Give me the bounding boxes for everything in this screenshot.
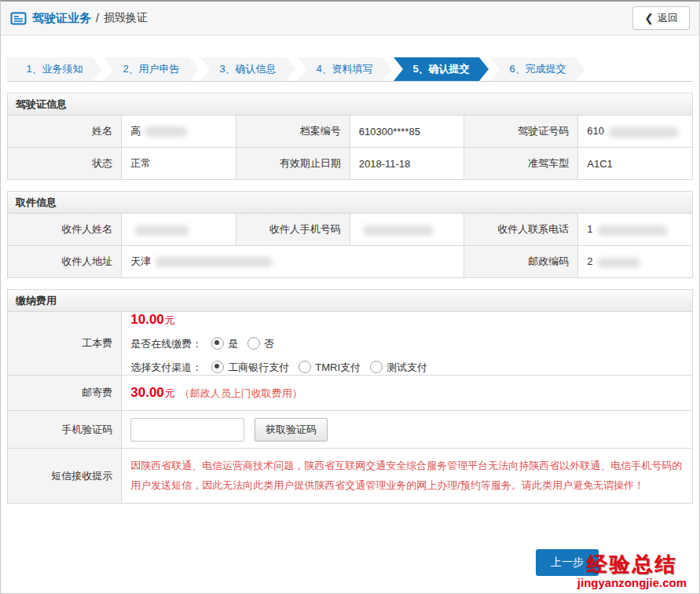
sms-code-cell: 获取验证码: [122, 411, 693, 449]
production-fee-amount: 10.00: [130, 312, 164, 327]
step-tab-6[interactable]: 6、完成提交: [490, 57, 585, 81]
sms-tip-label: 短信接收提示: [8, 449, 122, 504]
pay-channel-question: 选择支付渠道：: [130, 361, 202, 373]
zip-code-value: 2: [578, 246, 693, 278]
mail-fee-cell: 30.00元（邮政人员上门收取费用）: [122, 376, 693, 411]
get-code-button[interactable]: 获取验证码: [255, 418, 328, 442]
production-fee-cell: 10.00元 是否在线缴费：是否 选择支付渠道：工商银行支付TMRI支付测试支付: [122, 312, 693, 376]
sms-code-input[interactable]: [130, 418, 244, 442]
vehicle-class-value: A1C1: [578, 148, 693, 180]
sms-tip-cell: 因陕西省联通、电信运营商技术问题，陕西省互联网交通安全综合服务管理平台无法向持陕…: [122, 449, 693, 504]
value-text: 天津: [130, 255, 151, 267]
online-pay-options: 是否在线缴费：是否: [130, 337, 684, 351]
step-tab-2[interactable]: 2、用户申告: [104, 57, 199, 81]
table-row: 短信接收提示 因陕西省联通、电信运营商技术问题，陕西省互联网交通安全综合服务管理…: [8, 449, 693, 504]
recipient-mobile-value: [350, 214, 464, 246]
step-tab-5-active[interactable]: 5、确认提交: [394, 57, 489, 81]
value-text: 2018-11-18: [359, 158, 411, 170]
table-row: 收件人地址 天津 邮政编码 2: [8, 246, 693, 278]
value-text: 2: [587, 255, 592, 267]
channel-test-label: 测试支付: [387, 361, 427, 373]
table-row: 邮寄费 30.00元（邮政人员上门收取费用）: [8, 376, 693, 411]
back-button-label: 返回: [658, 11, 678, 25]
chevron-left-icon: ❮: [644, 13, 654, 24]
breadcrumb-service-name: 损毁换证: [104, 11, 148, 25]
online-pay-question: 是否在线缴费：: [130, 338, 202, 350]
table-row: 状态 正常 有效期止日期 2018-11-18 准驾车型 A1C1: [8, 148, 693, 180]
online-no-label: 否: [264, 338, 274, 350]
step-tab-3[interactable]: 3、确认信息: [200, 57, 295, 81]
recipient-mobile-label: 收件人手机号码: [236, 214, 350, 246]
recipient-phone-value: 1: [578, 214, 693, 246]
redacted-blur: [597, 258, 640, 268]
prev-step-button[interactable]: 上一步: [536, 549, 599, 576]
payment-section: 缴纳费用 工本费 10.00元 是否在线缴费：是否 选择支付渠道：工商银行支付T…: [7, 289, 693, 504]
expiry-label: 有效期止日期: [236, 148, 350, 180]
id-card-icon: [10, 12, 27, 25]
radio-channel-test[interactable]: [370, 361, 383, 373]
watermark-url: jingyanzongjie.com: [577, 576, 687, 590]
step-nav: 1、业务须知 2、用户申告 3、确认信息 4、资料填写 5、确认提交 6、完成提…: [7, 57, 693, 82]
status-label: 状态: [8, 148, 122, 180]
payment-table: 工本费 10.00元 是否在线缴费：是否 选择支付渠道：工商银行支付TMRI支付…: [7, 311, 693, 504]
license-number-value: 610: [578, 116, 693, 148]
radio-channel-tmri[interactable]: [299, 361, 311, 373]
license-number-label: 驾驶证号码: [464, 116, 578, 148]
production-fee-label: 工本费: [8, 312, 122, 376]
value-text: 高: [130, 125, 141, 137]
redacted-blur: [597, 226, 668, 236]
value-text: 正常: [130, 157, 151, 169]
mail-fee-amount: 30.00: [130, 385, 164, 400]
table-row: 工本费 10.00元 是否在线缴费：是否 选择支付渠道：工商银行支付TMRI支付…: [8, 312, 693, 376]
file-number-label: 档案编号: [236, 116, 350, 148]
license-info-title: 驾驶证信息: [7, 93, 693, 115]
redacted-blur: [134, 226, 189, 236]
license-info-table: 姓名 高 档案编号 610300****85 驾驶证号码 610 状态 正常 有…: [7, 115, 693, 180]
recipient-phone-label: 收件人联系电话: [464, 214, 578, 246]
pickup-info-section: 取件信息 收件人姓名 收件人手机号码 收件人联系电话 1 收件人地址 天津 邮政…: [7, 191, 693, 278]
back-button[interactable]: ❮ 返回: [632, 6, 690, 30]
redacted-blur: [608, 127, 679, 138]
vehicle-class-label: 准驾车型: [464, 148, 578, 180]
step-tab-1[interactable]: 1、业务须知: [7, 57, 102, 81]
production-fee-unit: 元: [165, 314, 175, 326]
breadcrumb-business-type: 驾驶证业务: [32, 11, 91, 26]
recipient-address-value: 天津: [122, 246, 464, 278]
mail-fee-note: （邮政人员上门收取费用）: [180, 387, 302, 399]
table-row: 手机验证码 获取验证码: [8, 411, 693, 449]
table-row: 收件人姓名 收件人手机号码 收件人联系电话 1: [8, 214, 693, 246]
name-label: 姓名: [8, 116, 122, 148]
expiry-value: 2018-11-18: [350, 148, 464, 180]
radio-channel-icbc[interactable]: [211, 361, 224, 373]
online-yes-label: 是: [228, 338, 238, 350]
recipient-address-label: 收件人地址: [8, 246, 122, 278]
payment-title: 缴纳费用: [7, 289, 693, 311]
value-text: 610300****85: [359, 126, 420, 138]
name-value: 高: [122, 116, 236, 148]
radio-online-yes[interactable]: [211, 337, 224, 350]
license-info-section: 驾驶证信息 姓名 高 档案编号 610300****85 驾驶证号码 610 状…: [7, 93, 693, 180]
breadcrumb-separator: /: [96, 12, 99, 24]
file-number-value: 610300****85: [350, 116, 464, 148]
topbar: 驾驶证业务 / 损毁换证 ❮ 返回: [1, 2, 699, 35]
step-tab-4[interactable]: 4、资料填写: [297, 57, 392, 81]
redacted-blur: [155, 257, 273, 267]
value-text: A1C1: [587, 158, 613, 170]
redacted-blur: [363, 226, 434, 236]
pay-channel-options: 选择支付渠道：工商银行支付TMRI支付测试支付: [130, 361, 684, 375]
sms-code-label: 手机验证码: [8, 411, 122, 449]
pickup-info-table: 收件人姓名 收件人手机号码 收件人联系电话 1 收件人地址 天津 邮政编码 2: [7, 213, 693, 278]
recipient-name-label: 收件人姓名: [8, 214, 122, 246]
channel-tmri-label: TMRI支付: [315, 361, 361, 373]
mail-fee-label: 邮寄费: [8, 376, 122, 411]
table-row: 姓名 高 档案编号 610300****85 驾驶证号码 610: [8, 116, 693, 148]
redacted-blur: [145, 126, 188, 137]
radio-online-no[interactable]: [247, 337, 260, 350]
sms-tip-text: 因陕西省联通、电信运营商技术问题，陕西省互联网交通安全综合服务管理平台无法向持陕…: [130, 449, 684, 503]
value-text: 610: [587, 125, 604, 137]
pickup-info-title: 取件信息: [7, 191, 693, 213]
zip-code-label: 邮政编码: [464, 246, 578, 278]
status-value: 正常: [122, 148, 236, 180]
value-text: 1: [587, 223, 592, 235]
production-fee-amount-line: 10.00元: [130, 312, 684, 328]
